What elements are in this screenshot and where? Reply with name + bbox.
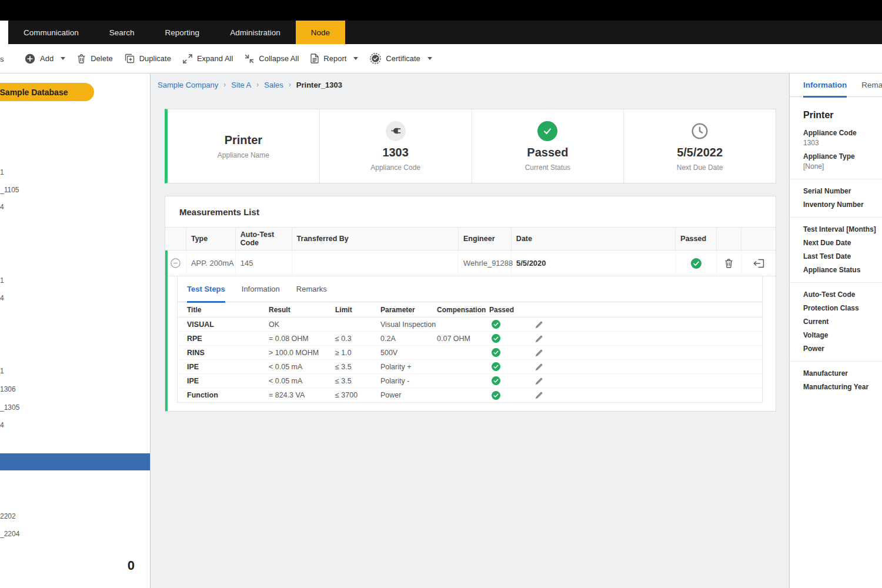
info-field: Manufacturing Year (803, 383, 876, 391)
step-passed-check-icon (492, 391, 500, 400)
measurements-card: Measurements List Type Auto-Test Code Tr… (165, 196, 776, 412)
collapse-all-button[interactable]: Collapse All (245, 54, 299, 64)
step-result: < 0.05 mA (269, 377, 335, 385)
main-content: Sample Company › Site A › Sales › Printe… (151, 74, 789, 588)
step-limit: ≥ 1.0 (335, 349, 380, 357)
tree-item[interactable]: _2204 (0, 530, 19, 538)
nav-tab-reporting[interactable]: Reporting (150, 21, 215, 44)
breadcrumb-link-company[interactable]: Sample Company (158, 81, 218, 89)
toolbar-partial-label[interactable]: s (0, 44, 4, 74)
nav-partial-tab[interactable] (0, 21, 8, 44)
field-label: Inventory Number (803, 201, 876, 209)
tree-item[interactable]: _1305 (0, 403, 19, 412)
expand-all-button[interactable]: Expand All (183, 54, 233, 64)
certificate-dropdown-caret-icon[interactable] (427, 57, 432, 60)
certificate-button-label: Certificate (386, 54, 420, 63)
measurements-title: Measurements List (165, 196, 776, 227)
toolbar: s Add Delete Duplicate Expand All (0, 44, 882, 74)
chevron-right-icon: › (256, 81, 259, 89)
measurement-auto-test-code: 145 (236, 250, 292, 276)
info-field: Next Due Date (803, 239, 876, 247)
step-passed-check-icon (492, 348, 500, 357)
summary-next-due: 5/5/2022 Next Due Date (624, 109, 776, 183)
info-sidebar: Information Remarks Printer Appliance Co… (789, 74, 882, 588)
field-label: Manufacturing Year (803, 383, 876, 391)
report-dropdown-caret-icon[interactable] (353, 57, 358, 60)
tree-item[interactable]: _1105 (0, 186, 19, 194)
edit-step-icon[interactable] (535, 363, 543, 371)
database-badge[interactable]: Sample Database (0, 83, 94, 101)
step-result: < 0.05 mA (269, 363, 335, 371)
field-label: Appliance Status (803, 266, 876, 274)
step-result: = 824.3 VA (269, 391, 335, 399)
tree-item[interactable]: 1 (0, 276, 4, 285)
tree-item[interactable]: 4 (0, 421, 4, 429)
field-label: Auto-Test Code (803, 290, 876, 299)
info-group-test-dates: Test Interval [Months] Next Due Date Las… (790, 217, 882, 282)
tab-detail-remarks[interactable]: Remarks (296, 276, 327, 302)
edit-step-icon[interactable] (535, 377, 543, 385)
add-button[interactable]: Add (25, 54, 65, 64)
step-column-passed: Passed (489, 306, 519, 314)
certificate-seal-icon (370, 53, 381, 64)
chevron-right-icon: › (289, 81, 291, 89)
measurement-transferred-by (292, 250, 459, 276)
tree-item[interactable]: 2202 (0, 512, 16, 520)
nav-tab-administration[interactable]: Administration (215, 21, 296, 44)
collapse-all-button-label: Collapse All (259, 54, 299, 63)
measurements-header-row: Type Auto-Test Code Transferred By Engin… (165, 227, 776, 250)
step-title: RINS (178, 349, 269, 357)
info-group-electrical: Auto-Test Code Protection Class Current … (790, 282, 882, 361)
step-result: > 100.0 MOHM (269, 349, 335, 357)
edit-step-icon[interactable] (535, 391, 543, 399)
nav-tab-search[interactable]: Search (94, 21, 150, 44)
tab-information[interactable]: Information (803, 74, 847, 97)
nav-tab-node[interactable]: Node (296, 21, 345, 44)
step-title: VISUAL (178, 320, 269, 329)
field-label: Last Test Date (803, 252, 876, 260)
tab-remarks[interactable]: Remarks (861, 74, 882, 97)
info-field: Appliance Type [None] (803, 152, 876, 171)
test-step-row: Function = 824.3 VA ≤ 3700 Power (178, 388, 762, 402)
delete-button[interactable]: Delete (77, 54, 113, 64)
report-button[interactable]: Report (310, 54, 358, 64)
nav-tab-communication[interactable]: Communication (8, 21, 94, 44)
step-column-compensation: Compensation (437, 306, 489, 314)
expand-all-icon (183, 54, 192, 64)
breadcrumb-link-site[interactable]: Site A (231, 81, 251, 89)
main-nav: Communication Search Reporting Administr… (0, 21, 882, 44)
info-group-serial: Serial Number Inventory Number (790, 179, 882, 217)
add-dropdown-caret-icon[interactable] (61, 57, 65, 60)
tree-selected-item[interactable] (0, 453, 150, 470)
tree-item[interactable]: 1 (0, 168, 4, 176)
collapse-row-icon[interactable] (171, 258, 181, 268)
tree-item[interactable]: 4 (0, 294, 4, 302)
edit-step-icon[interactable] (535, 349, 543, 357)
expand-all-button-label: Expand All (197, 54, 233, 63)
column-header-date: Date (512, 228, 676, 250)
add-plus-circle-icon (25, 54, 35, 64)
expander-column-header (165, 228, 186, 250)
certificate-button[interactable]: Certificate (370, 53, 432, 64)
delete-measurement-icon[interactable] (724, 259, 733, 268)
field-label: Appliance Code (803, 129, 876, 137)
appliance-summary-card: Printer Appliance Name 1303 Appliance Co… (165, 109, 776, 183)
tree-item[interactable]: 4 (0, 203, 4, 211)
jump-to-measurement-icon[interactable] (753, 259, 764, 268)
next-due-value: 5/5/2022 (677, 146, 723, 159)
tab-detail-information[interactable]: Information (242, 276, 280, 302)
step-parameter: Visual Inspection (380, 320, 437, 329)
breadcrumb-link-department[interactable]: Sales (264, 81, 283, 89)
tree-item[interactable]: 1306 (0, 385, 16, 393)
info-field: Auto-Test Code (803, 290, 876, 299)
tab-test-steps[interactable]: Test Steps (187, 276, 225, 302)
tree-item[interactable]: 1 (0, 367, 4, 375)
field-label: Serial Number (803, 187, 876, 195)
edit-step-icon[interactable] (535, 335, 543, 343)
edit-step-icon[interactable] (535, 320, 543, 329)
step-parameter: Polarity - (380, 377, 437, 385)
measurement-row[interactable]: APP. 200mA 145 Wehrle_91288 5/5/2020 (165, 250, 776, 276)
duplicate-button[interactable]: Duplicate (125, 54, 171, 64)
step-title: IPE (178, 363, 269, 371)
column-header-engineer: Engineer (459, 228, 512, 250)
